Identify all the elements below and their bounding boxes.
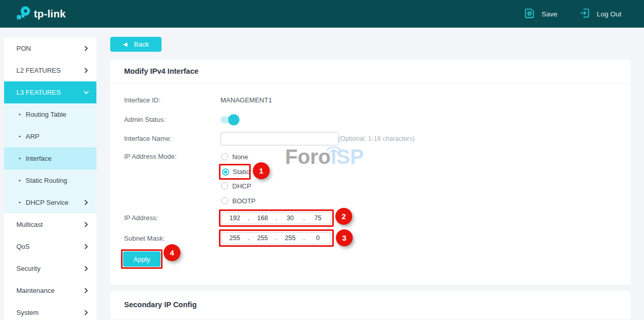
brand-name: tp-link xyxy=(34,8,66,20)
sidebar-item-label: System xyxy=(16,309,38,316)
save-icon xyxy=(524,7,535,20)
chevron-right-icon xyxy=(84,222,89,227)
sidebar-item-label: PON xyxy=(16,45,31,52)
tp-link-logo-icon xyxy=(17,6,30,22)
radio-dhcp[interactable]: DHCP xyxy=(221,181,251,191)
ip-octet-3[interactable]: 30 xyxy=(277,215,303,222)
sidebar-item-label: Routing Table xyxy=(26,111,66,118)
mask-octet-1[interactable]: 255 xyxy=(222,234,248,242)
bullet-icon xyxy=(19,180,21,181)
radio-icon xyxy=(221,153,228,160)
ip-address-input[interactable]: 192 . 168 . 30 . 75 xyxy=(222,212,331,224)
radio-icon xyxy=(221,182,228,189)
ip-address-mode-label: IP Address Mode: xyxy=(124,152,176,162)
sidebar-item-arp[interactable]: ARP xyxy=(4,125,96,147)
watermark-text-gray: Foro xyxy=(285,145,331,168)
annotation-box-ip-address: 192 . 168 . 30 . 75 xyxy=(219,209,334,227)
annotation-step-4: 4 xyxy=(164,244,180,261)
mask-octet-2[interactable]: 255 xyxy=(250,234,275,242)
interface-id-label: Interface ID: xyxy=(124,95,160,105)
sidebar-item-security[interactable]: Security xyxy=(4,258,96,280)
chevron-right-icon xyxy=(84,244,89,249)
ip-octet-1[interactable]: 192 xyxy=(222,215,248,222)
chevron-down-icon xyxy=(84,90,89,95)
sidebar-item-label: Interface xyxy=(26,155,52,162)
admin-status-label: Admin Status: xyxy=(124,115,166,125)
header-actions: Save Log Out xyxy=(524,7,621,20)
sidebar-item-multicast[interactable]: Multicast xyxy=(4,214,96,236)
save-button[interactable]: Save xyxy=(524,7,557,20)
radio-icon-selected[interactable] xyxy=(222,168,229,176)
radio-label: DHCP xyxy=(232,182,251,190)
annotation-box-apply: Apply xyxy=(121,249,163,269)
card-title: Modify IPv4 Interface xyxy=(124,59,198,83)
logout-icon xyxy=(579,7,591,20)
ip-octet-2[interactable]: 168 xyxy=(250,215,275,222)
chevron-right-icon xyxy=(84,288,89,293)
bullet-icon xyxy=(19,114,21,115)
app-header: tp-link Save Log Out xyxy=(0,0,644,28)
sidebar-item-pon[interactable]: PON xyxy=(4,37,96,59)
sidebar-item-dhcp-service[interactable]: DHCP Service xyxy=(4,191,96,214)
annotation-box-subnet-mask: 255 . 255 . 255 . 0 xyxy=(219,229,334,247)
sidebar-item-interface[interactable]: Interface xyxy=(4,147,96,169)
interface-name-hint: (Optional. 1-16 characters) xyxy=(338,134,415,144)
ip-address-label: IP Address: xyxy=(124,213,158,223)
radio-label: Static xyxy=(233,168,250,176)
sidebar-item-label: L3 FEATURES xyxy=(16,89,61,96)
annotation-box-static: Static xyxy=(219,164,251,180)
back-label: Back xyxy=(134,40,149,48)
sidebar-item-qos[interactable]: QoS xyxy=(4,236,96,258)
sidebar-nav: PON L2 FEATURES L3 FEATURES Routing Tabl… xyxy=(4,37,96,320)
interface-id-value: MANAGEMENT1 xyxy=(220,95,272,105)
bullet-icon xyxy=(19,158,21,159)
apply-button[interactable]: Apply xyxy=(123,251,160,267)
chevron-right-icon xyxy=(84,266,89,271)
interface-name-input[interactable] xyxy=(220,132,338,145)
secondary-ip-config-card: Secondary IP Config xyxy=(110,291,631,320)
back-arrow-icon: ◀ xyxy=(123,41,127,47)
sidebar-item-label: DHCP Service xyxy=(26,199,69,206)
sidebar-item-label: Static Routing xyxy=(26,177,67,184)
sidebar-item-label: Multicast xyxy=(16,221,43,228)
sidebar-item-l3-features[interactable]: L3 FEATURES xyxy=(4,81,96,103)
mask-octet-3[interactable]: 255 xyxy=(277,234,303,242)
sidebar-item-l2-features[interactable]: L2 FEATURES xyxy=(4,59,96,81)
bullet-icon xyxy=(19,136,21,137)
card-title: Secondary IP Config xyxy=(124,291,197,319)
toggle-knob xyxy=(228,114,239,125)
sidebar-item-label: QoS xyxy=(16,243,30,250)
logout-label: Log Out xyxy=(597,10,621,18)
logout-button[interactable]: Log Out xyxy=(579,7,621,20)
sidebar-item-label: ARP xyxy=(26,133,39,140)
bullet-icon xyxy=(19,202,21,203)
ip-octet-4[interactable]: 75 xyxy=(305,215,331,222)
sidebar-item-static-routing[interactable]: Static Routing xyxy=(4,169,96,191)
sidebar-item-system[interactable]: System xyxy=(4,302,96,320)
sidebar-item-label: Security xyxy=(16,265,41,272)
radio-bootp[interactable]: BOOTP xyxy=(221,196,256,206)
sidebar-item-maintenance[interactable]: Maintenance xyxy=(4,280,96,302)
tp-link-logo[interactable]: tp-link xyxy=(17,6,66,22)
admin-status-toggle[interactable] xyxy=(220,116,237,123)
chevron-right-icon xyxy=(84,46,89,51)
divider xyxy=(110,83,631,84)
chevron-right-icon xyxy=(84,68,89,73)
divider xyxy=(110,319,631,319)
sidebar-item-label: L2 FEATURES xyxy=(16,67,61,74)
chevron-right-icon xyxy=(84,200,89,205)
foroisp-watermark: ForoISP xyxy=(285,145,364,168)
watermark-text-blue: ISP xyxy=(331,145,364,168)
radio-icon xyxy=(221,197,228,204)
radio-label: None xyxy=(232,153,248,161)
sidebar-item-routing-table[interactable]: Routing Table xyxy=(4,103,96,125)
interface-name-label: Interface Name: xyxy=(124,134,172,144)
radio-none[interactable]: None xyxy=(221,152,248,162)
l3-features-submenu: Routing Table ARP Interface Static Routi… xyxy=(4,103,96,214)
subnet-mask-label: Subnet Mask: xyxy=(124,233,165,244)
chevron-right-icon xyxy=(84,310,89,315)
back-button[interactable]: ◀ Back xyxy=(110,37,162,52)
mask-octet-4[interactable]: 0 xyxy=(305,234,331,242)
annotation-step-2: 2 xyxy=(335,208,352,225)
subnet-mask-input[interactable]: 255 . 255 . 255 . 0 xyxy=(222,232,331,244)
